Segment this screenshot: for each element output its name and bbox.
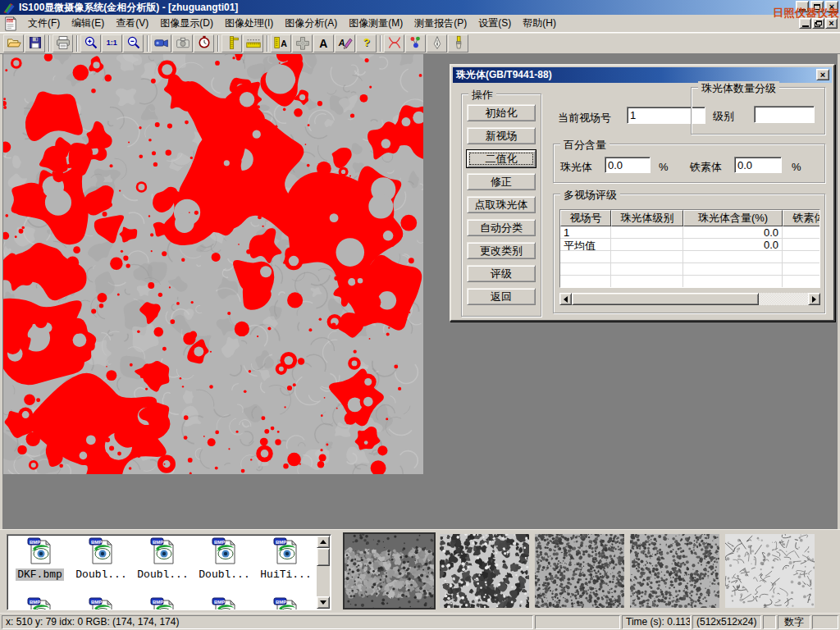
op-button-修正[interactable]: 修正 [467,173,536,190]
scrollbar-track[interactable] [572,293,808,305]
open-button[interactable] [3,34,24,52]
file-list-scrollbar[interactable] [317,536,330,609]
file-item-partial[interactable]: BMP [255,597,317,610]
mdi-minimize-button[interactable] [799,18,811,29]
file-name: Doubl... [135,568,189,581]
thumbnail-image-3[interactable] [535,534,624,608]
table-column-header[interactable]: 珠光体级别 [611,210,683,226]
table-horizontal-scrollbar[interactable] [559,293,820,305]
camera-button[interactable] [172,34,193,52]
table-row[interactable] [560,276,819,288]
ruler-button[interactable] [243,34,263,52]
curve-tool-button[interactable] [384,34,404,52]
bmp-file-icon: BMP [148,597,179,610]
menu-item-9[interactable]: 设置(S) [472,14,517,33]
ferrite-percent-input[interactable] [734,157,782,173]
scrollbar-thumb[interactable] [572,293,759,305]
file-item-partial[interactable]: BMP [9,597,71,610]
maximize-button[interactable] [810,1,824,12]
table-column-header[interactable]: 珠光体含量(%) [683,210,783,226]
file-item-Doubl...[interactable]: BMPDoubl... [132,537,194,581]
file-item-Doubl...[interactable]: BMPDoubl... [71,537,132,581]
close-button[interactable]: × [825,1,838,12]
file-item-partial[interactable]: BMP [132,597,194,610]
menu-item-7[interactable]: 图像测量(M) [343,14,409,33]
brush-button[interactable] [448,34,468,52]
table-cell [611,263,683,275]
svg-text:A: A [337,38,345,48]
help-icon: ?? [358,35,375,52]
op-button-评级[interactable]: 评级 [467,265,536,282]
file-item-partial[interactable]: BMP [194,597,255,610]
toolbar: 1:1AAA?? [0,33,840,54]
grid-cross-button[interactable] [292,34,313,52]
save-button[interactable] [25,34,45,52]
pen-button[interactable] [427,34,447,52]
timer-button[interactable] [194,34,214,52]
rating-table[interactable]: 视场号珠光体级别珠光体含量(%)铁素体含量(%) 10.0平均值0.0 [559,209,820,288]
menu-item-2[interactable]: 编辑(E) [66,14,110,33]
op-button-自动分类[interactable]: 自动分类 [467,219,536,236]
menu-item-8[interactable]: 测量报告(P) [409,14,472,33]
help-button[interactable]: ?? [356,34,377,52]
menu-item-1[interactable]: 文件(F) [22,14,66,33]
file-item-DKF.bmp[interactable]: BMPDKF.bmp [9,537,71,581]
caliper-button[interactable] [221,34,242,52]
thumbnail-image-5[interactable] [725,534,815,608]
table-column-header[interactable]: 视场号 [560,210,611,226]
print-button[interactable] [52,34,73,52]
thumbnail-image-4[interactable] [630,534,719,608]
video-camera-button[interactable] [151,34,171,52]
scroll-up-button[interactable] [317,536,330,548]
table-cell [611,239,683,250]
menu-item-3[interactable]: 查看(V) [110,14,154,33]
svg-text:DOC: DOC [7,18,15,22]
points-tool-button[interactable] [405,34,426,52]
pearlite-percent-input[interactable] [605,157,651,173]
zoom-out-button[interactable] [123,34,144,52]
metallographic-image[interactable] [3,54,423,474]
thumbnail-image-1[interactable] [345,534,434,608]
mdi-restore-button[interactable] [812,18,824,29]
op-button-初始化[interactable]: 初始化 [467,104,536,121]
op-button-点取珠光体[interactable]: 点取珠光体 [467,196,536,213]
menu-item-6[interactable]: 图像分析(A) [279,14,343,33]
scroll-left-button[interactable] [559,293,572,305]
status-bar: x: 510 y: 79 idx: 0 RGB: (174, 174, 174)… [0,613,840,630]
scrollbar-thumb[interactable] [317,548,330,566]
text-button[interactable]: A [313,34,334,52]
dialog-close-button[interactable]: × [816,69,829,80]
mdi-close-button[interactable]: × [825,18,838,29]
annotate-button[interactable]: A [335,34,355,52]
table-row[interactable]: 10.0 [560,226,819,239]
file-item-HuiTi...[interactable]: BMPHuiTi... [255,537,317,581]
table-row[interactable] [560,263,819,276]
timer-icon [196,35,212,52]
op-button-二值化[interactable]: 二值化 [467,150,536,167]
scroll-down-button[interactable] [317,596,330,609]
scroll-right-button[interactable] [808,293,820,305]
table-row[interactable] [560,251,819,263]
measure-text-button[interactable]: A [271,34,291,52]
file-item-partial[interactable]: BMP [71,597,132,610]
thumbnail-image-2[interactable] [440,534,529,608]
op-button-返回[interactable]: 返回 [467,288,536,305]
menu-item-10[interactable]: 帮助(H) [517,14,562,33]
points-tool-icon [408,35,424,52]
table-row[interactable]: 平均值0.0 [560,239,819,251]
table-cell [611,226,683,238]
menu-item-5[interactable]: 图像处理(I) [219,14,279,33]
minimize-button[interactable] [796,1,809,12]
op-button-新视场[interactable]: 新视场 [467,127,536,144]
grading-group: 珠光体数量分级 级别 [691,87,825,135]
file-item-Doubl...[interactable]: BMPDoubl... [194,537,255,581]
op-button-更改类别[interactable]: 更改类别 [467,242,536,259]
zoom-in-button[interactable] [80,34,101,52]
table-column-header[interactable]: 铁素体含量(%) [783,210,820,226]
menu-item-4[interactable]: 图像显示(D) [154,14,219,33]
grade-input[interactable] [754,106,815,123]
actual-size-button[interactable]: 1:1 [102,34,122,52]
bmp-file-icon: BMP [271,597,302,610]
table-cell [683,276,783,287]
menu-items: 文件(F)编辑(E)查看(V)图像显示(D)图像处理(I)图像分析(A)图像测量… [22,14,562,33]
